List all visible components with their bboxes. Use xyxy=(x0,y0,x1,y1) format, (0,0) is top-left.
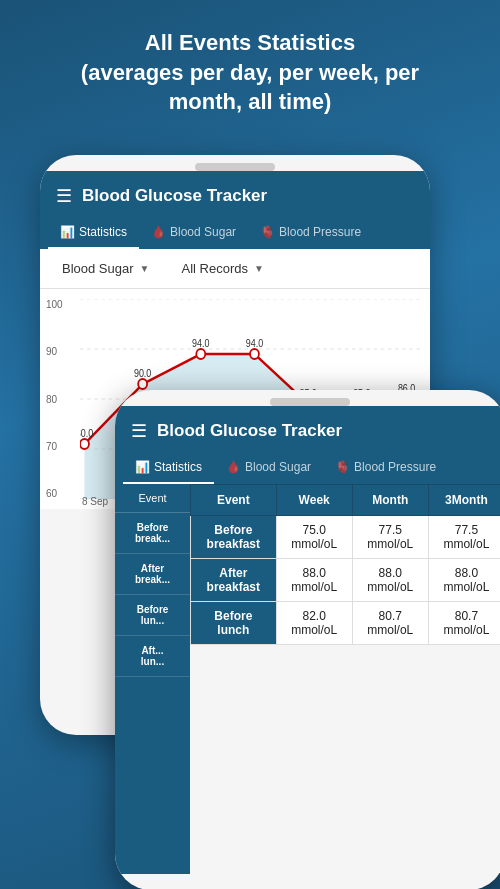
x-axis-label: 8 Sep xyxy=(82,496,108,507)
tab-blood-pressure-back[interactable]: 🫀 Blood Pressure xyxy=(248,217,373,249)
col-header-3month: 3Month xyxy=(428,485,500,516)
point-4 xyxy=(250,349,259,359)
row-event-2: Afterbreakfast xyxy=(191,559,277,602)
app-header-front: ☰ Blood Glucose Tracker xyxy=(115,406,500,452)
filter-blood-sugar[interactable]: Blood Sugar ▼ xyxy=(54,257,157,280)
phone-notch-front xyxy=(270,398,350,406)
row-event-3: Beforelunch xyxy=(191,602,277,645)
filter-blood-sugar-label: Blood Sugar xyxy=(62,261,134,276)
table-container: Event Week Month 3Month Beforebreakfast … xyxy=(190,484,500,874)
phone-notch-back xyxy=(195,163,275,171)
row-3month-2: 88.0mmol/oL xyxy=(428,559,500,602)
blood-sugar-icon-front: 🩸 xyxy=(226,460,241,474)
tab-statistics-back[interactable]: 📊 Statistics xyxy=(48,217,139,249)
col-header-month: Month xyxy=(352,485,428,516)
filter-blood-sugar-arrow: ▼ xyxy=(140,263,150,274)
sidebar-item-2: Afterbreak... xyxy=(115,554,190,595)
row-week-1: 75.0mmol/oL xyxy=(276,516,352,559)
point-3 xyxy=(196,349,205,359)
tab-blood-sugar-front[interactable]: 🩸 Blood Sugar xyxy=(214,452,323,484)
filter-all-records-arrow: ▼ xyxy=(254,263,264,274)
row-event-1: Beforebreakfast xyxy=(191,516,277,559)
stats-icon-front: 📊 xyxy=(135,460,150,474)
y-label-90: 90 xyxy=(46,346,63,357)
filters-row: Blood Sugar ▼ All Records ▼ xyxy=(40,249,430,289)
stats-icon-back: 📊 xyxy=(60,225,75,239)
sidebar-header: Event xyxy=(115,484,190,513)
col-header-event: Event xyxy=(191,485,277,516)
page-header: All Events Statistics (averages per day,… xyxy=(0,0,500,137)
phone-front: ☰ Blood Glucose Tracker 📊 Statistics 🩸 B… xyxy=(115,390,500,889)
y-label-80: 80 xyxy=(46,394,63,405)
row-month-1: 77.5mmol/oL xyxy=(352,516,428,559)
y-label-60: 60 xyxy=(46,488,63,499)
y-axis-labels: 100 90 80 70 60 xyxy=(46,299,63,499)
blood-sugar-icon-back: 🩸 xyxy=(151,225,166,239)
point-label-3: 94.0 xyxy=(192,338,209,350)
row-week-2: 88.0mmol/oL xyxy=(276,559,352,602)
point-label-1: 80.0 xyxy=(80,428,93,440)
row-3month-1: 77.5mmol/oL xyxy=(428,516,500,559)
row-month-2: 88.0mmol/oL xyxy=(352,559,428,602)
table-layout: Event Beforebreak... Afterbreak... Befor… xyxy=(115,484,500,874)
sidebar-item-1: Beforebreak... xyxy=(115,513,190,554)
tab-blood-sugar-back[interactable]: 🩸 Blood Sugar xyxy=(139,217,248,249)
tabs-back: 📊 Statistics 🩸 Blood Sugar 🫀 Blood Press… xyxy=(40,217,430,249)
point-label-4: 94.0 xyxy=(246,338,263,350)
menu-icon-back: ☰ xyxy=(56,185,72,207)
row-month-3: 80.7mmol/oL xyxy=(352,602,428,645)
app-title-front: Blood Glucose Tracker xyxy=(157,421,342,441)
row-week-3: 82.0mmol/oL xyxy=(276,602,352,645)
sidebar-item-4: Aft...lun... xyxy=(115,636,190,677)
table-row-before-breakfast: Beforebreakfast 75.0mmol/oL 77.5mmol/oL … xyxy=(191,516,501,559)
app-header-back: ☰ Blood Glucose Tracker xyxy=(40,171,430,217)
point-1 xyxy=(80,439,89,449)
row-3month-3: 80.7mmol/oL xyxy=(428,602,500,645)
y-label-70: 70 xyxy=(46,441,63,452)
filter-all-records[interactable]: All Records ▼ xyxy=(173,257,271,280)
col-header-week: Week xyxy=(276,485,352,516)
app-title-back: Blood Glucose Tracker xyxy=(82,186,267,206)
table-row-before-lunch: Beforelunch 82.0mmol/oL 80.7mmol/oL 80.7… xyxy=(191,602,501,645)
pressure-icon-back: 🫀 xyxy=(260,225,275,239)
header-title: All Events Statistics xyxy=(145,30,355,55)
table-row-after-breakfast: Afterbreakfast 88.0mmol/oL 88.0mmol/oL 8… xyxy=(191,559,501,602)
point-2 xyxy=(138,379,147,389)
sidebar-front: Event Beforebreak... Afterbreak... Befor… xyxy=(115,484,190,874)
y-label-100: 100 xyxy=(46,299,63,310)
sidebar-item-3: Beforelun... xyxy=(115,595,190,636)
menu-icon-front: ☰ xyxy=(131,420,147,442)
point-label-2: 90.0 xyxy=(134,368,151,380)
pressure-icon-front: 🫀 xyxy=(335,460,350,474)
stats-table: Event Week Month 3Month Beforebreakfast … xyxy=(190,484,500,645)
filter-all-records-label: All Records xyxy=(181,261,247,276)
tab-statistics-front[interactable]: 📊 Statistics xyxy=(123,452,214,484)
tabs-front: 📊 Statistics 🩸 Blood Sugar 🫀 Blood Press… xyxy=(115,452,500,484)
tab-blood-pressure-front[interactable]: 🫀 Blood Pressure xyxy=(323,452,448,484)
header-subtitle: (averages per day, per week, permonth, a… xyxy=(81,60,419,115)
